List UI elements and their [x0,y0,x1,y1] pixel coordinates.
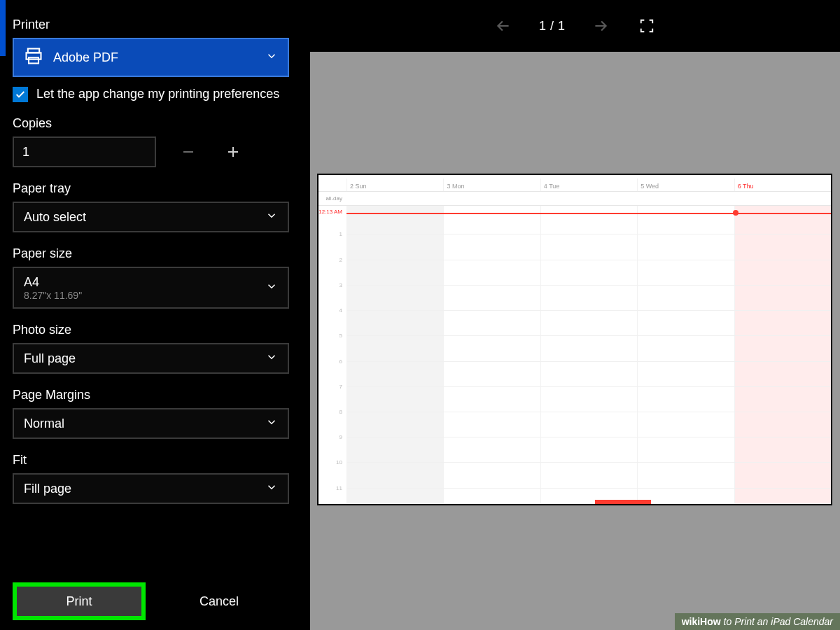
chevron-down-icon [265,50,278,65]
day-header: 2 Sun [350,183,367,190]
preview-canvas[interactable]: 2 Sun 3 Mon 4 Tue 5 Wed 6 Thu all-day [310,52,840,630]
increment-button[interactable] [220,139,246,164]
page-margins-value: Normal [24,416,64,431]
paper-size-group: Paper size A4 8.27"x 11.69" [13,246,289,309]
prev-page-button[interactable] [493,15,514,36]
dialog-buttons: Print Cancel [13,582,286,620]
paper-size-value: A4 [24,275,82,290]
fit-group: Fit Fill page [13,453,289,504]
next-page-button[interactable] [590,15,611,36]
print-button[interactable]: Print [17,587,141,616]
hour-label: 2 [318,256,346,262]
page-current: 1 [539,19,546,34]
hour-label: 9 [318,434,346,440]
photo-size-select[interactable]: Full page [13,343,289,374]
now-indicator-dot [733,210,738,216]
hour-label: 10 [318,459,346,465]
printer-label: Printer [13,18,289,32]
paper-tray-value: Auto select [24,210,86,225]
fit-value: Fill page [24,482,71,496]
printing-preferences-checkbox-row[interactable]: Let the app change my printing preferenc… [13,85,289,102]
hour-label: 3 [318,281,346,288]
now-indicator-line [346,213,831,214]
calendar-event-block [595,500,651,504]
page-indicator: 1 / 1 [539,19,565,34]
photo-size-value: Full page [24,351,76,366]
page-margins-label: Page Margins [13,388,289,402]
svg-rect-2 [29,57,38,63]
cancel-button[interactable]: Cancel [153,587,286,616]
accent-bar [0,0,6,56]
print-preview-page: 2 Sun 3 Mon 4 Tue 5 Wed 6 Thu all-day [317,174,832,505]
chevron-down-icon [265,351,278,366]
hour-label: 6 [318,358,346,364]
fullscreen-button[interactable] [636,15,657,36]
hour-label: 11 [318,484,346,491]
now-time-label: 12:13 AM [318,209,346,215]
paper-size-label: Paper size [13,246,289,261]
hour-label: 7 [318,383,346,389]
paper-tray-label: Paper tray [13,181,289,196]
page-total: 1 [558,19,565,34]
calendar-grid: 12:13 AM 1 2 3 4 5 6 7 8 9 10 11 [318,206,831,504]
photo-size-label: Photo size [13,323,289,337]
photo-size-group: Photo size Full page [13,323,289,374]
chevron-down-icon [265,481,278,496]
calendar-allday-row: all-day [318,192,831,206]
chevron-down-icon [265,416,278,431]
print-settings-panel: Printer Adobe PDF Let the app ch [13,18,289,518]
printer-selected-value: Adobe PDF [53,50,118,65]
preview-area: 1 / 1 2 Sun 3 Mon 4 Tue 5 Wed 6 Th [310,0,840,630]
page-separator: / [550,19,554,34]
printer-select[interactable]: Adobe PDF [13,38,289,77]
day-header-today: 6 Thu [738,183,754,190]
chevron-down-icon [265,209,278,225]
calendar-day-header: 2 Sun 3 Mon 4 Tue 5 Wed 6 Thu [318,175,831,192]
preview-toolbar: 1 / 1 [310,0,840,52]
checkbox-label: Let the app change my printing preferenc… [36,85,279,102]
decrement-button[interactable] [176,139,201,164]
highlight-ring: Print [13,582,146,620]
hour-label: 8 [318,408,346,414]
page-margins-select[interactable]: Normal [13,408,289,439]
day-header: 3 Mon [447,183,464,190]
paper-size-select[interactable]: A4 8.27"x 11.69" [13,267,289,309]
watermark: wikiHow to Print an iPad Calendar [675,613,840,630]
day-header: 5 Wed [640,183,659,190]
paper-tray-select[interactable]: Auto select [13,202,289,232]
chevron-down-icon [265,280,278,295]
printer-group: Printer Adobe PDF Let the app ch [13,18,289,102]
printer-icon [24,46,43,69]
paper-tray-group: Paper tray Auto select [13,181,289,232]
day-header: 4 Tue [544,183,560,190]
page-margins-group: Page Margins Normal [13,388,289,439]
checkbox-checked-icon[interactable] [13,87,28,102]
fit-label: Fit [13,453,289,468]
allday-label: all-day [318,195,346,202]
hour-label: 4 [318,307,346,314]
hour-label: 1 [318,231,346,237]
copies-input[interactable] [13,136,156,167]
fit-select[interactable]: Fill page [13,473,289,504]
hour-label: 5 [318,332,346,339]
copies-label: Copies [13,116,289,131]
copies-group: Copies [13,116,289,167]
paper-size-dimensions: 8.27"x 11.69" [24,290,82,301]
